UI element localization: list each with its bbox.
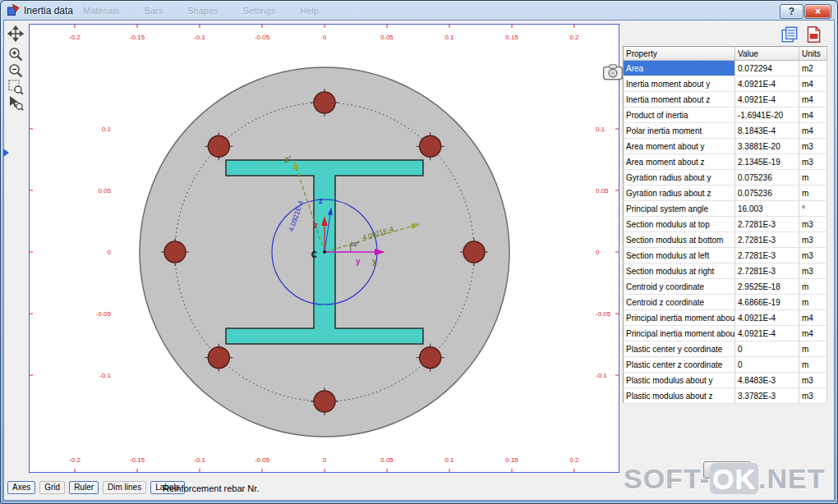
camera-icon[interactable] — [602, 63, 624, 81]
value-cell[interactable]: 0 — [735, 341, 799, 357]
header-property[interactable]: Property — [624, 47, 735, 61]
units-cell[interactable]: m4 — [799, 326, 827, 341]
value-cell[interactable]: 2.7281E-3 — [735, 232, 799, 248]
units-cell[interactable]: m2 — [799, 61, 827, 76]
property-cell[interactable]: Section modulus at left — [624, 248, 735, 263]
property-cell[interactable]: Plastic center z coordinate — [624, 357, 735, 373]
property-cell[interactable]: Gyration radius about z — [624, 186, 735, 201]
value-cell[interactable]: 4.0921E-4 — [735, 326, 799, 341]
units-cell[interactable]: m4 — [799, 92, 827, 108]
units-cell[interactable]: m3 — [799, 154, 827, 170]
property-cell[interactable]: Principal inertia moment about y' — [624, 310, 735, 326]
zoom-out-icon[interactable] — [7, 62, 24, 79]
ruler-label: -0.05 — [596, 310, 611, 318]
table-row: Principal inertia moment about z'4.0921E… — [624, 326, 827, 341]
property-cell[interactable]: Principal inertia moment about z' — [624, 326, 735, 341]
value-cell[interactable]: 2.7281E-3 — [735, 217, 799, 232]
value-cell[interactable]: 2.1345E-19 — [735, 154, 799, 170]
value-cell[interactable]: 4.0921E-4 — [735, 310, 799, 326]
value-cell[interactable]: 0 — [735, 357, 799, 373]
units-cell[interactable]: m — [799, 295, 827, 310]
value-cell[interactable]: 2.9525E-18 — [735, 279, 799, 295]
property-cell[interactable]: Plastic modulus about y — [624, 373, 735, 388]
toggle-ruler[interactable]: Ruler — [69, 481, 99, 494]
value-cell[interactable]: 4.0921E-4 — [735, 76, 799, 92]
property-cell[interactable]: Plastic modulus about z — [624, 388, 735, 404]
rebar — [314, 92, 335, 113]
units-cell[interactable]: m — [799, 357, 827, 373]
units-cell[interactable]: ° — [799, 201, 827, 217]
close-window-button[interactable]: × — [804, 4, 831, 19]
zoom-pointer-icon[interactable] — [7, 94, 24, 111]
table-row: Centroid z coordinate4.6866E-19m — [624, 295, 827, 310]
zoom-window-icon[interactable] — [7, 79, 24, 95]
value-cell[interactable]: 4.0921E-4 — [735, 92, 799, 108]
export-pdf-icon[interactable] — [803, 25, 823, 44]
value-cell[interactable]: 2.7281E-3 — [735, 263, 799, 279]
section-drawing-canvas[interactable]: -0.2-0.15-0.1-0.0500.050.10.150.2-0.2-0.… — [29, 24, 619, 473]
value-cell[interactable]: -1.6941E-20 — [735, 108, 799, 123]
value-cell[interactable]: 0.072294 — [735, 61, 799, 76]
property-cell[interactable]: Inertia moment about z — [624, 92, 735, 108]
rebar — [463, 241, 485, 263]
principal-angle-label: 16° — [350, 241, 359, 248]
units-cell[interactable]: m4 — [799, 123, 827, 139]
value-cell[interactable]: 3.3881E-20 — [735, 139, 799, 154]
property-cell[interactable]: Area moment about z — [624, 154, 735, 170]
units-cell[interactable]: m3 — [799, 373, 827, 388]
watermark: SOFT-OK.NET — [624, 463, 826, 495]
copy-table-icon[interactable] — [780, 25, 799, 44]
header-value[interactable]: Value — [735, 47, 799, 61]
units-cell[interactable]: m3 — [799, 139, 827, 154]
value-cell[interactable]: 16.003 — [735, 201, 799, 217]
property-cell[interactable]: Principal system angle — [624, 201, 735, 217]
toggle-axes[interactable]: Axes — [7, 481, 35, 494]
units-cell[interactable]: m4 — [799, 108, 827, 123]
ruler-label: 0.15 — [505, 456, 518, 464]
table-row: Gyration radius about z0.075236m — [624, 186, 827, 201]
zoom-in-icon[interactable] — [7, 46, 24, 62]
value-cell[interactable]: 0.075236 — [735, 186, 799, 201]
property-cell[interactable]: Gyration radius about y — [624, 170, 735, 186]
property-cell[interactable]: Centroid z coordinate — [624, 295, 735, 310]
property-cell[interactable]: Section modulus at right — [624, 263, 735, 279]
table-row: Area moment about y3.3881E-20m3 — [624, 139, 827, 154]
value-cell[interactable]: 4.8483E-3 — [735, 373, 799, 388]
value-cell[interactable]: 3.3782E-3 — [735, 388, 799, 404]
units-cell[interactable]: m — [799, 170, 827, 186]
units-cell[interactable]: m4 — [799, 310, 827, 326]
value-cell[interactable]: 2.7281E-3 — [735, 248, 799, 263]
toggle-grid[interactable]: Grid — [39, 481, 65, 494]
principal-z-axis-label: z' — [285, 155, 291, 164]
pan-icon[interactable] — [7, 25, 24, 42]
units-cell[interactable]: m3 — [799, 217, 827, 232]
property-cell[interactable]: Product of inertia — [624, 108, 735, 123]
units-cell[interactable]: m3 — [799, 388, 827, 404]
z-axis-blue-label: z — [319, 196, 323, 205]
units-cell[interactable]: m3 — [799, 248, 827, 263]
units-cell[interactable]: m3 — [799, 232, 827, 248]
value-cell[interactable]: 0.075236 — [735, 170, 799, 186]
value-cell[interactable]: 8.1843E-4 — [735, 123, 799, 139]
property-cell[interactable]: Inertia moment about y — [624, 76, 735, 92]
units-cell[interactable]: m — [799, 341, 827, 357]
help-button[interactable]: ? — [780, 4, 803, 19]
units-cell[interactable]: m4 — [799, 76, 827, 92]
ruler-label: -0.05 — [255, 456, 270, 464]
value-cell[interactable]: 4.6866E-19 — [735, 295, 799, 310]
property-cell[interactable]: Area moment about y — [624, 139, 735, 154]
property-cell[interactable]: Polar inertia moment — [624, 123, 735, 139]
header-units[interactable]: Units — [799, 47, 827, 61]
app-icon — [7, 4, 20, 16]
units-cell[interactable]: m — [799, 186, 827, 201]
property-cell[interactable]: Plastic center y coordinate — [624, 341, 735, 357]
property-cell[interactable]: Section modulus at bottom — [624, 232, 735, 248]
toggle-dim-lines[interactable]: Dim lines — [103, 481, 146, 494]
property-cell[interactable]: Centroid y coordinate — [624, 279, 735, 295]
property-cell[interactable]: Section modulus at top — [624, 217, 735, 232]
table-row: Plastic modulus about z3.3782E-3m3 — [624, 388, 827, 404]
units-cell[interactable]: m — [799, 279, 827, 295]
table-row: Product of inertia-1.6941E-20m4 — [624, 108, 827, 123]
units-cell[interactable]: m3 — [799, 263, 827, 279]
property-cell[interactable]: Area — [624, 61, 735, 76]
